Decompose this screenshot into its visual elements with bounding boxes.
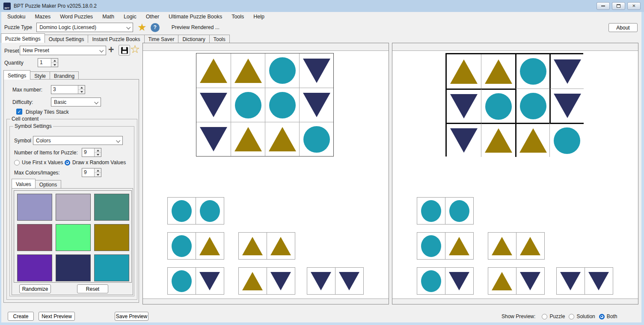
menu-other[interactable]: Other — [141, 12, 164, 21]
puzzle-type-select[interactable]: Domino Logic (Licensed) — [36, 23, 133, 32]
preset-select[interactable]: New Preset — [20, 46, 106, 55]
spin-down-button[interactable] — [95, 173, 101, 177]
difficulty-value: Basic — [54, 99, 66, 105]
menu-ultimate-puzzle-books[interactable]: Ultimate Puzzle Books — [164, 12, 227, 21]
tab-settings[interactable]: Settings — [3, 70, 30, 80]
help-icon[interactable]: ? — [151, 23, 160, 32]
display-tiles-stack-label: Display Tiles Stack — [26, 109, 69, 115]
color-swatch-1[interactable] — [17, 194, 52, 221]
preview-panel-solution — [392, 43, 638, 304]
spin-up-button[interactable] — [51, 59, 58, 63]
reset-button[interactable]: Reset — [77, 284, 108, 293]
color-swatch-8[interactable] — [56, 254, 91, 281]
num-items-label: Number of Items for Puzzle: — [14, 150, 78, 156]
next-preview-button[interactable]: Next Preview — [39, 312, 75, 321]
menu-tools[interactable]: Tools — [227, 12, 249, 21]
triangle-up-shape — [270, 237, 291, 255]
app-icon: BPT — [3, 3, 11, 10]
cell-content-group-label: Cell content — [10, 116, 40, 122]
difficulty-label: Difficulty: — [12, 99, 33, 105]
domino-tile-cell — [417, 233, 445, 259]
domino-tile — [488, 267, 545, 295]
tab-dictionary[interactable]: Dictionary — [178, 35, 209, 43]
save-preview-button[interactable]: Save Preview — [115, 312, 148, 321]
spin-up-button[interactable] — [95, 148, 101, 153]
puzzle-type-label: Puzzle Type — [4, 24, 32, 30]
show-preview-option-puzzle[interactable]: Puzzle — [542, 313, 565, 319]
save-icon — [121, 47, 128, 54]
max-colors-stepper[interactable]: 9 — [82, 168, 101, 177]
color-swatch-2[interactable] — [56, 194, 91, 221]
use-first-radio-option[interactable]: Use First x Values — [14, 160, 63, 165]
save-preset-button[interactable] — [119, 45, 130, 56]
tab-style[interactable]: Style — [30, 71, 50, 80]
color-swatch-3[interactable] — [94, 194, 129, 221]
spin-down-button[interactable] — [78, 90, 85, 94]
domino-tile-cell — [488, 268, 516, 294]
minimize-button[interactable] — [597, 2, 610, 10]
triangle-down-shape — [303, 93, 330, 117]
menu-word-puzzles[interactable]: Word Puzzles — [55, 12, 98, 21]
menu-help[interactable]: Help — [249, 12, 269, 21]
grid-cell — [196, 122, 231, 156]
show-preview-option-both[interactable]: Both — [599, 313, 617, 319]
spin-up-button[interactable] — [95, 168, 101, 173]
domino-tile — [238, 232, 295, 260]
show-preview-options: PuzzleSolutionBoth — [538, 313, 617, 319]
favorite-star-icon[interactable]: ★ — [137, 23, 147, 32]
menu-mazes[interactable]: Mazes — [30, 12, 55, 21]
maximize-button[interactable] — [612, 2, 625, 10]
display-tiles-stack-checkbox[interactable]: ✓ — [16, 109, 22, 115]
spin-down-button[interactable] — [51, 63, 58, 67]
create-button[interactable]: Create — [8, 312, 34, 321]
draw-random-radio-option[interactable]: Draw x Random Values — [65, 160, 126, 165]
color-swatch-9[interactable] — [94, 254, 129, 281]
arrow-up-icon — [97, 170, 99, 171]
randomize-button[interactable]: Randomize — [19, 284, 51, 293]
tab-time-saver[interactable]: Time Saver — [144, 35, 179, 43]
quantity-stepper[interactable]: 1 — [38, 58, 58, 67]
favorite-preset-star-icon[interactable]: ☆ — [130, 44, 140, 54]
color-swatch-7[interactable] — [17, 254, 52, 281]
tab-output-settings[interactable]: Output Settings — [45, 35, 89, 43]
menu-sudoku[interactable]: Sudoku — [3, 12, 30, 21]
close-button[interactable]: ✕ — [627, 2, 641, 10]
color-swatch-5[interactable] — [56, 224, 91, 251]
show-preview-option-label: Solution — [576, 313, 595, 319]
difficulty-select[interactable]: Basic — [51, 98, 101, 106]
use-first-label: Use First x Values — [22, 160, 63, 165]
tab-tools[interactable]: Tools — [209, 35, 230, 43]
grid-cell — [447, 54, 481, 89]
menu-logic[interactable]: Logic — [119, 12, 141, 21]
sidebar: Preset New Preset + ☆ Quantity 1 Setting… — [0, 43, 142, 304]
grid-cell — [299, 122, 333, 156]
circle-shape — [269, 57, 296, 84]
triangle-down-shape — [450, 94, 478, 118]
num-items-stepper[interactable]: 9 — [82, 148, 101, 157]
window-edge-bottom — [0, 322, 644, 325]
grid-cell — [447, 123, 481, 157]
tab-puzzle-settings[interactable]: Puzzle Settings — [1, 33, 45, 43]
tab-branding[interactable]: Branding — [50, 71, 79, 80]
show-preview-option-solution[interactable]: Solution — [569, 313, 595, 319]
spin-down-button[interactable] — [95, 153, 101, 157]
show-preview-option-label: Both — [607, 313, 617, 319]
color-swatch-4[interactable] — [17, 224, 52, 251]
show-preview-option-label: Puzzle — [549, 313, 565, 319]
circle-shape — [172, 270, 192, 292]
about-button[interactable]: About — [608, 23, 638, 32]
max-number-stepper[interactable]: 3 — [51, 85, 85, 94]
triangle-down-shape — [554, 94, 581, 118]
tab-options[interactable]: Options — [35, 180, 61, 188]
symbol-select[interactable]: Colors — [33, 136, 123, 145]
color-swatch-6[interactable] — [94, 224, 129, 251]
quantity-value: 1 — [38, 59, 51, 67]
spin-up-button[interactable] — [78, 86, 85, 90]
show-preview-group: Show Preview: PuzzleSolutionBoth — [502, 313, 617, 319]
add-preset-button[interactable]: + — [108, 45, 114, 54]
menu-math[interactable]: Math — [98, 12, 119, 21]
tab-instant-puzzle-books[interactable]: Instant Puzzle Books — [88, 35, 144, 43]
triangle-up-shape — [199, 237, 220, 255]
circle-shape — [172, 235, 192, 257]
tab-values[interactable]: Values — [12, 179, 36, 188]
